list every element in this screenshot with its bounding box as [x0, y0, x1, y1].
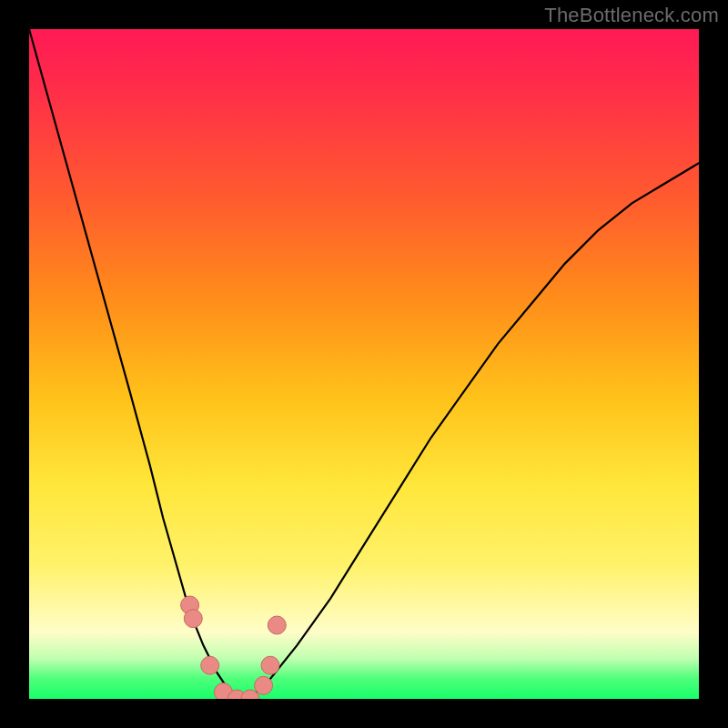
- chart-svg: [29, 29, 699, 699]
- data-point: [184, 610, 202, 628]
- data-markers: [181, 596, 287, 699]
- data-point: [268, 616, 286, 634]
- data-point: [201, 656, 219, 674]
- plot-area: [29, 29, 699, 699]
- watermark-text: TheBottleneck.com: [544, 4, 719, 27]
- data-point: [261, 656, 279, 674]
- data-point: [255, 676, 273, 694]
- chart-frame: TheBottleneck.com: [0, 0, 728, 728]
- bottleneck-curve: [29, 29, 699, 699]
